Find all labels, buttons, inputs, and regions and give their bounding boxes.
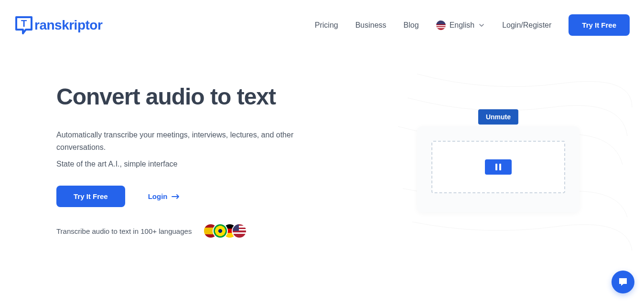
hero-subtext-2: State of the art A.I., simple interface (56, 160, 324, 168)
pause-icon (495, 164, 501, 170)
try-free-button-hero[interactable]: Try It Free (56, 186, 125, 207)
logo[interactable]: T ranskriptor (14, 15, 102, 35)
language-label: English (450, 21, 474, 30)
hero-headline: Convert audio to text (56, 84, 324, 110)
upload-dropzone[interactable] (431, 141, 565, 193)
login-register-link[interactable]: Login/Register (502, 21, 551, 30)
nav-business[interactable]: Business (355, 21, 386, 30)
login-link[interactable]: Login (148, 192, 180, 200)
languages-label: Transcribe audio to text in 100+ languag… (56, 227, 192, 235)
pause-button[interactable] (485, 159, 512, 175)
logo-text: ranskriptor (34, 18, 102, 33)
languages-row: Transcribe audio to text in 100+ languag… (56, 223, 324, 239)
svg-text:T: T (21, 18, 27, 29)
language-selector[interactable]: English (436, 21, 485, 30)
chat-widget-button[interactable] (612, 271, 634, 293)
us-flag-icon (436, 21, 446, 30)
try-free-button-header[interactable]: Try It Free (569, 14, 630, 36)
cta-row: Try It Free Login (56, 186, 324, 207)
nav-blog[interactable]: Blog (404, 21, 419, 30)
main-nav: Pricing Business Blog English Login/Regi… (315, 14, 630, 36)
flags-stack (203, 223, 247, 239)
hero-left: Convert audio to text Automatically tran… (56, 84, 324, 239)
hero-subtext-1: Automatically transcribe your meetings, … (56, 129, 324, 153)
arrow-right-icon (172, 194, 180, 199)
hero-right: Unmute (353, 84, 644, 239)
chat-icon (617, 276, 629, 288)
logo-icon: T (14, 15, 33, 35)
chevron-down-icon (478, 22, 485, 29)
unmute-button[interactable]: Unmute (478, 109, 518, 125)
usa-flag-icon (232, 223, 247, 239)
demo-video-card (417, 126, 580, 212)
main-content: Convert audio to text Automatically tran… (0, 36, 644, 239)
header: T ranskriptor Pricing Business Blog Engl… (0, 0, 644, 36)
nav-pricing[interactable]: Pricing (315, 21, 338, 30)
login-link-label: Login (148, 192, 168, 200)
